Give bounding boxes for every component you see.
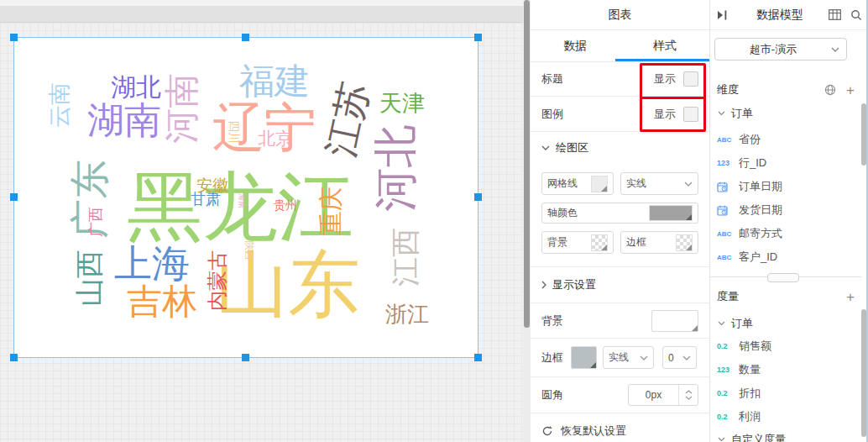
search-icon[interactable]	[850, 9, 862, 21]
field-row-邮寄方式[interactable]: ABC邮寄方式	[710, 222, 861, 245]
gridline-color-button[interactable]: 网格线	[541, 172, 614, 195]
wordcloud-word: 广西	[88, 207, 103, 237]
reset-icon	[541, 425, 553, 437]
plot-area-controls: 网格线 实线 轴颜色 背景 边框	[531, 163, 709, 267]
date-field-icon	[717, 205, 739, 216]
panel-splitter[interactable]	[710, 276, 861, 277]
component-border-color-swatch[interactable]	[571, 346, 597, 369]
resize-handle-bottom-middle[interactable]	[242, 354, 249, 361]
table-view-icon[interactable]	[829, 9, 841, 20]
field-label: 发货日期	[739, 203, 782, 218]
custom-measure-group[interactable]: 自定义度量	[710, 429, 861, 442]
chart-panel-title: 图表	[531, 0, 709, 30]
add-measure-icon[interactable]: +	[846, 290, 855, 304]
field-label: 客户_ID	[739, 250, 777, 265]
field-type-icon: ABC	[717, 254, 739, 261]
wordcloud-word: 江西	[390, 228, 420, 287]
reset-defaults-button[interactable]: 恢复默认设置	[531, 413, 709, 442]
collapse-panel-icon[interactable]	[717, 10, 728, 20]
wordcloud-word: 海南	[238, 193, 245, 208]
wordcloud-word: 山东	[216, 248, 360, 320]
chart-style-panel: 图表 数据 样式 标题 显示 图例 显示 绘图区 网格线 实线	[531, 0, 710, 442]
add-dimension-icon[interactable]: +	[846, 83, 855, 97]
splitter-drag-handle[interactable]	[767, 273, 799, 282]
wordcloud-widget[interactable]: 黑龙江山东辽宁河北江苏湖南上海吉林福建广东河南湖北江西山西重庆天津云南浙江内蒙古…	[13, 37, 478, 358]
wordcloud-word: 浙江	[385, 303, 429, 325]
title-show-label: 显示	[654, 71, 676, 87]
plot-bg-color-button[interactable]: 背景	[541, 231, 614, 254]
canvas-scrollbar-thumb[interactable]	[524, 0, 530, 328]
plot-area-section-header[interactable]: 绘图区	[531, 132, 709, 163]
dataset-selector[interactable]: 超市-演示	[714, 38, 847, 61]
field-label: 折扣	[739, 386, 761, 401]
globe-icon[interactable]	[824, 84, 836, 96]
gridline-style-dropdown[interactable]: 实线	[620, 172, 698, 195]
plot-border-color-button[interactable]: 边框	[620, 231, 698, 254]
resize-handle-top-left[interactable]	[10, 34, 18, 41]
field-row-省份[interactable]: ABC省份	[710, 128, 861, 151]
wordcloud-word: 天津	[379, 92, 425, 115]
corner-radius-stepper[interactable]: 0px	[628, 384, 698, 406]
legend-show-checkbox[interactable]	[683, 107, 698, 122]
canvas-top-strip	[0, 0, 523, 6]
wordcloud-word: 河北	[374, 124, 417, 212]
resize-handle-bottom-right[interactable]	[474, 354, 482, 361]
chevron-down-icon	[831, 47, 839, 52]
component-border-width-dropdown[interactable]: 0	[662, 346, 697, 369]
field-type-icon: 123	[717, 159, 739, 167]
corner-radius-label: 圆角	[541, 387, 628, 403]
wordcloud-word: 四川	[228, 120, 240, 144]
resize-handle-top-right[interactable]	[474, 34, 482, 41]
field-type-icon: 0.2	[717, 342, 739, 350]
title-show-checkbox[interactable]	[683, 71, 698, 87]
field-row-数量[interactable]: 123数量	[710, 358, 861, 381]
field-row-发货日期[interactable]: 发货日期	[710, 198, 861, 222]
tab-data[interactable]: 数据	[531, 30, 620, 61]
field-type-icon: 123	[717, 366, 739, 374]
resize-handle-middle-right[interactable]	[474, 193, 482, 201]
display-settings-section[interactable]: 显示设置	[531, 267, 709, 303]
plot-border-label: 边框	[626, 235, 646, 250]
field-row-销售额[interactable]: 0.2销售额	[710, 334, 861, 358]
resize-handle-bottom-left[interactable]	[10, 354, 18, 361]
field-row-折扣[interactable]: 0.2折扣	[710, 381, 861, 405]
wordcloud-word: 山西	[75, 250, 103, 307]
display-settings-label: 显示设置	[552, 277, 596, 292]
stepper-down-icon[interactable]	[685, 396, 693, 400]
component-border-style-dropdown[interactable]: 实线	[603, 346, 654, 369]
axis-color-button[interactable]: 轴颜色	[541, 203, 698, 224]
wordcloud-word: 甘肃	[191, 192, 221, 207]
wordcloud-word: 河南	[165, 73, 200, 144]
field-row-利润[interactable]: 0.2利润	[710, 405, 861, 429]
gridline-label: 网格线	[547, 176, 578, 191]
wordcloud-word: 云南	[49, 82, 71, 128]
tab-style[interactable]: 样式	[620, 30, 710, 61]
resize-handle-top-middle[interactable]	[242, 34, 249, 41]
dashboard-canvas[interactable]: 黑龙江山东辽宁河北江苏湖南上海吉林福建广东河南湖北江西山西重庆天津云南浙江内蒙古…	[0, 0, 523, 442]
field-type-icon: 0.2	[717, 389, 739, 397]
gridline-style-value: 实线	[626, 176, 646, 191]
chevron-down-icon	[718, 437, 725, 442]
field-row-行_ID[interactable]: 123行_ID	[710, 151, 861, 175]
plot-bg-label: 背景	[547, 235, 567, 250]
field-type-icon: 0.2	[717, 413, 739, 421]
canvas-toolbar-band	[0, 6, 523, 23]
wordcloud-word: 上海	[114, 245, 190, 282]
chevron-right-icon	[541, 281, 546, 289]
canvas-vertical-scrollbar[interactable]	[523, 0, 531, 442]
dimension-group-order[interactable]: 订单	[710, 103, 861, 124]
component-bg-swatch[interactable]	[651, 310, 698, 332]
legend-show-label: 显示	[654, 107, 676, 122]
component-border-style-value: 实线	[609, 350, 629, 365]
stepper-up-icon[interactable]	[685, 390, 693, 394]
stepper-arrows[interactable]	[678, 385, 698, 405]
resize-handle-middle-left[interactable]	[10, 193, 18, 201]
plot-border-swatch	[676, 234, 693, 251]
chevron-down-icon	[541, 145, 550, 150]
wordcloud-word: 内蒙古	[207, 250, 227, 311]
data-model-title: 数据模型	[756, 8, 803, 23]
field-row-客户_ID[interactable]: ABC客户_ID	[710, 245, 861, 269]
measure-group-order[interactable]: 订单	[710, 313, 861, 334]
wordcloud-word: 湖南	[87, 102, 161, 139]
field-row-订单日期[interactable]: 订单日期	[710, 175, 861, 198]
